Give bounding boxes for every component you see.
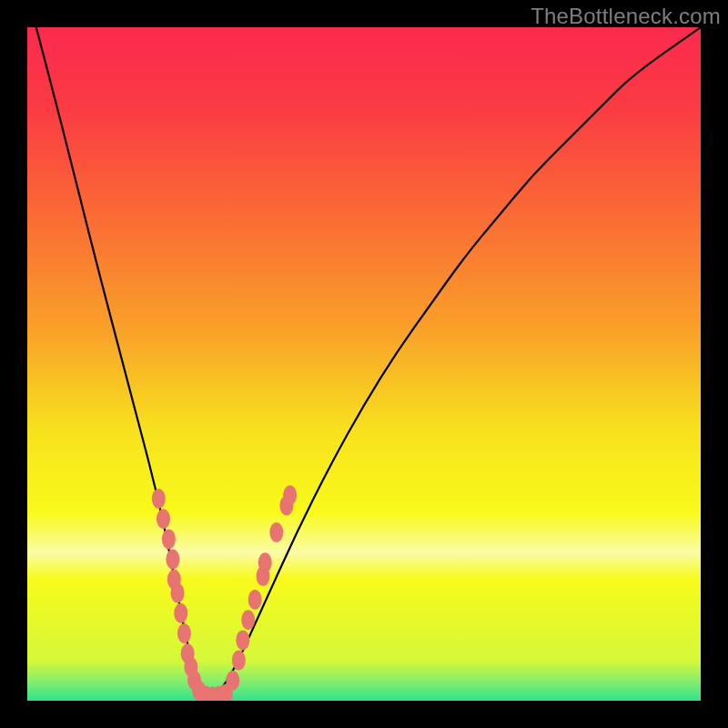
- curve-dot: [162, 529, 176, 549]
- curve-dot: [174, 603, 187, 623]
- curve-dot: [152, 489, 166, 509]
- curve-dot: [241, 610, 255, 630]
- curve-dot: [166, 550, 179, 570]
- curve-dot: [236, 630, 249, 650]
- curve-dot: [157, 509, 170, 529]
- curve-dot: [258, 552, 272, 572]
- watermark-text: TheBottleneck.com: [531, 4, 721, 29]
- curve-dot: [171, 583, 185, 603]
- v-curve: [27, 27, 701, 695]
- curve-dot: [226, 671, 239, 691]
- curve-dots: [152, 485, 297, 701]
- curve-dot: [177, 623, 191, 643]
- curve-dot: [269, 522, 283, 542]
- curve-dot: [232, 651, 246, 671]
- curve-layer: [27, 27, 701, 701]
- curve-dot: [283, 485, 297, 505]
- curve-dot: [248, 590, 262, 610]
- chart-frame: TheBottleneck.com: [0, 0, 728, 728]
- plot-area: [27, 27, 701, 701]
